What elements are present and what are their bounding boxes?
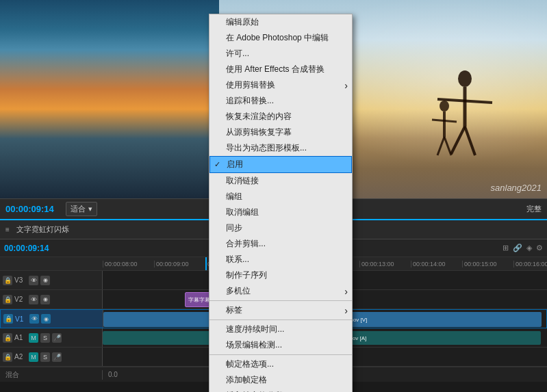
mix-value: 0.0 xyxy=(103,371,118,378)
menu-item-add-frame-hold[interactable]: 添加帧定格 xyxy=(209,372,352,388)
svg-point-5 xyxy=(440,101,449,112)
fit-dropdown[interactable]: 适合 ▾ xyxy=(66,202,97,216)
track-lock-v1[interactable]: 🔒 xyxy=(3,314,13,324)
track-eye-v1[interactable]: 👁 xyxy=(29,314,39,324)
svg-point-0 xyxy=(458,70,472,87)
menu-item-export-template[interactable]: 导出为动态图形模板... xyxy=(209,140,352,156)
track-m-a2[interactable]: M xyxy=(29,352,38,362)
menu-label-sync: 同步 xyxy=(226,222,242,234)
track-toggle-v1[interactable]: ◉ xyxy=(41,314,51,324)
ruler-time-8: 00:00:16:00 xyxy=(513,261,547,267)
video-left-panel xyxy=(0,0,219,198)
track-toggle-v2[interactable]: ◉ xyxy=(40,295,50,304)
context-menu: 编辑原始 在 Adobe Photoshop 中编辑 许可... 使用 Afte… xyxy=(209,14,353,392)
menu-item-group[interactable]: 编组 xyxy=(209,189,352,205)
track-label-v1: V1 xyxy=(15,315,27,323)
svg-line-7 xyxy=(432,120,457,122)
menu-label-subsequence: 制作子序列 xyxy=(226,270,267,281)
menu-label-link: 联系... xyxy=(226,254,249,265)
track-lock-a2[interactable]: 🔒 xyxy=(3,352,12,362)
track-lock-v3[interactable]: 🔒 xyxy=(3,276,12,285)
menu-sep-3 xyxy=(209,354,352,355)
menu-label-scene-edit: 场景编辑检测... xyxy=(226,339,282,351)
track-header-a2: 🔒 A2 M S 🎤 xyxy=(0,348,103,366)
track-m-a1[interactable]: M xyxy=(29,333,38,343)
tool-settings[interactable]: ⚙ xyxy=(536,244,543,252)
menu-item-restore[interactable]: 恢复未渲染的内容 xyxy=(209,109,352,125)
menu-label-license: 许可... xyxy=(226,48,249,60)
clip-v2-label: 字幕字幕 xyxy=(188,296,210,304)
svg-line-8 xyxy=(437,137,444,155)
menu-item-license[interactable]: 许可... xyxy=(209,46,352,62)
menu-item-track-replace[interactable]: 追踪和替换... xyxy=(209,93,352,109)
ruler-time-6: 00:00:14:00 xyxy=(411,261,462,267)
menu-label-ae: 使用 After Effects 合成替换 xyxy=(226,64,325,75)
menu-label-photoshop: 在 Adobe Photoshop 中编辑 xyxy=(226,32,329,44)
track-s-a1[interactable]: S xyxy=(40,333,50,343)
figure-silhouettes xyxy=(424,65,506,161)
menu-item-link[interactable]: 联系... xyxy=(209,252,352,267)
fit-label: 适合 xyxy=(71,204,86,214)
menu-label-replace-clip: 使用剪辑替换 xyxy=(226,79,275,91)
track-mic-a2[interactable]: 🎤 xyxy=(52,352,62,362)
track-label-a1: A1 xyxy=(14,334,27,341)
ruler-time-5: 00:00:13:00 xyxy=(359,261,411,267)
track-mic-a1[interactable]: 🎤 xyxy=(52,333,62,343)
menu-item-ae[interactable]: 使用 After Effects 合成替换 xyxy=(209,62,352,77)
menu-label-add-frame-hold: 添加帧定格 xyxy=(226,374,267,386)
track-label-v2: V2 xyxy=(14,296,27,303)
menu-item-label[interactable]: 标签 xyxy=(209,302,352,318)
watermark: sanlang2021 xyxy=(491,183,542,193)
menu-item-replace-clip[interactable]: 使用剪辑替换 xyxy=(209,77,352,93)
menu-label-unlink: 取消链接 xyxy=(226,175,259,187)
svg-line-4 xyxy=(465,127,475,155)
mix-label: 混合 xyxy=(0,370,103,380)
clip-v1-right[interactable]: 一家口口.mov [V] xyxy=(322,312,542,327)
playhead-ruler xyxy=(205,257,207,270)
clip-a1-right[interactable]: 一家口口.mov [A] xyxy=(322,331,541,345)
timeline-timecode: 00:00:09:14 xyxy=(4,244,59,253)
menu-item-enable[interactable]: 启用 xyxy=(209,156,352,173)
menu-item-photoshop[interactable]: 在 Adobe Photoshop 中编辑 xyxy=(209,30,352,46)
menu-item-scene-edit[interactable]: 场景编辑检测... xyxy=(209,337,352,353)
menu-item-edit-original[interactable]: 编辑原始 xyxy=(209,14,352,30)
menu-label-label: 标签 xyxy=(226,304,242,316)
track-lock-v2[interactable]: 🔒 xyxy=(3,295,12,304)
menu-label-export-template: 导出为动态图形模板... xyxy=(226,142,307,154)
track-toggle-v3[interactable]: ◉ xyxy=(40,276,50,285)
menu-item-subsequence[interactable]: 制作子序列 xyxy=(209,267,352,283)
track-eye-v3[interactable]: 👁 xyxy=(29,276,38,285)
menu-label-enable: 启用 xyxy=(227,159,243,170)
track-lock-a1[interactable]: 🔒 xyxy=(3,333,12,343)
menu-sep-1 xyxy=(209,300,352,301)
menu-item-sync[interactable]: 同步 xyxy=(209,220,352,236)
menu-item-frame-hold[interactable]: 帧定格选项... xyxy=(209,356,352,372)
track-s-a2[interactable]: S xyxy=(40,352,50,362)
menu-item-ungroup[interactable]: 取消编组 xyxy=(209,205,352,220)
track-header-v1: 🔒 V1 👁 ◉ xyxy=(1,310,103,328)
menu-label-merge: 合并剪辑... xyxy=(226,238,266,250)
menu-item-multicam[interactable]: 多机位 xyxy=(209,283,352,299)
menu-label-multicam: 多机位 xyxy=(226,285,251,297)
menu-item-restore-captions[interactable]: 从源剪辑恢复字幕 xyxy=(209,125,352,140)
track-header-v2: 🔒 V2 👁 ◉ xyxy=(0,290,103,309)
tool-marker[interactable]: ◈ xyxy=(526,244,532,252)
tool-link[interactable]: 🔗 xyxy=(513,244,522,252)
track-label-v3: V3 xyxy=(14,276,27,284)
ruler-time-0: 00:00:08:00 xyxy=(103,261,154,267)
menu-label-frame-hold: 帧定格选项... xyxy=(226,358,274,370)
menu-label-track-replace: 追踪和替换... xyxy=(226,95,274,107)
track-eye-v2[interactable]: 👁 xyxy=(29,295,38,304)
menu-label-speed: 速度/持续时间... xyxy=(226,324,284,335)
menu-label-ungroup: 取消编组 xyxy=(226,207,259,218)
menu-item-insert-frame-hold[interactable]: 插入帧定格分段 xyxy=(209,388,352,392)
timecode-display: 00:00:09:14 xyxy=(5,204,60,214)
track-header-v3: 🔒 V3 👁 ◉ xyxy=(0,271,103,289)
menu-label-edit-original: 编辑原始 xyxy=(226,16,259,28)
menu-item-unlink[interactable]: 取消链接 xyxy=(209,173,352,189)
tool-snap[interactable]: ⊞ xyxy=(503,244,509,252)
menu-item-merge[interactable]: 合并剪辑... xyxy=(209,236,352,252)
menu-label-restore-captions: 从源剪辑恢复字幕 xyxy=(226,127,292,138)
menu-item-speed[interactable]: 速度/持续时间... xyxy=(209,322,352,337)
fit-arrow-icon: ▾ xyxy=(88,205,92,213)
